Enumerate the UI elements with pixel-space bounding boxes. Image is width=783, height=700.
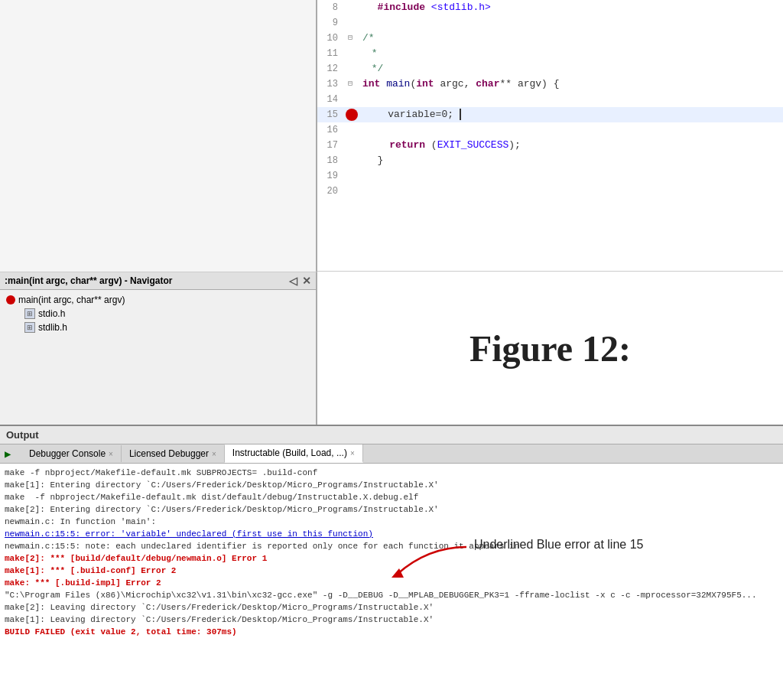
navigator-items: main(int argc, char** argv)⊞stdio.h⊞stdl…	[0, 290, 316, 337]
line-number: 9	[317, 15, 344, 31]
line-number: 18	[317, 153, 344, 168]
line-content: }	[359, 153, 383, 168]
nav-include-icon: ⊞	[24, 308, 35, 319]
output-line-10: "C:\Program Files (x86)\Microchip\xc32\v…	[5, 589, 778, 601]
tab-close-button[interactable]: ×	[212, 450, 216, 458]
output-line-6: newmain.c:15:5: note: each undeclared id…	[5, 540, 778, 552]
output-line-4: newmain.c: In function 'main':	[5, 516, 778, 528]
line-number: 14	[317, 92, 344, 107]
output-tab-0[interactable]: Debugger Console ×	[21, 445, 122, 462]
tab-label: Instructable (Build, Load, ...)	[232, 448, 347, 458]
output-line-7: make[2]: *** [build/default/debug/newmai…	[5, 552, 778, 565]
nav-item-0[interactable]: main(int argc, char** argv)	[0, 293, 316, 307]
line-content: return (EXIT_SUCCESS);	[359, 138, 521, 153]
code-line-12: 12 */	[317, 61, 783, 77]
code-line-16: 16	[317, 122, 783, 138]
output-tab-2[interactable]: Instructable (Build, Load, ...) ×	[225, 444, 363, 463]
line-number: 20	[317, 184, 344, 199]
code-line-9: 9	[317, 15, 783, 31]
tab-label: Licensed Debugger	[129, 448, 209, 459]
line-content: int main(int argc, char** argv) {	[356, 77, 560, 92]
line-number: 10	[317, 31, 344, 46]
line-number: 19	[317, 168, 344, 184]
tab-close-button[interactable]: ×	[350, 449, 355, 457]
code-line-18: 18 }	[317, 153, 783, 168]
line-number: 16	[317, 122, 344, 138]
nav-item-2[interactable]: ⊞stdlib.h	[0, 321, 316, 334]
code-line-8: 8 #include <stdlib.h>	[317, 0, 783, 15]
navigator-header: :main(int argc, char** argv) - Navigator…	[0, 272, 316, 290]
tab-label: Debugger Console	[29, 448, 106, 459]
fold-button[interactable]: ⊟	[344, 31, 356, 46]
output-header: Output	[0, 426, 783, 444]
output-line-11: make[2]: Leaving directory `C:/Users/Fre…	[5, 601, 778, 614]
error-dot	[346, 109, 358, 121]
fold-button[interactable]: ⊟	[344, 77, 356, 92]
left-panel-top	[0, 0, 317, 272]
code-line-17: 17 return (EXIT_SUCCESS);	[317, 138, 783, 153]
code-line-20: 20	[317, 184, 783, 199]
run-icon[interactable]: ▶	[5, 448, 17, 460]
output-line-1: make[1]: Entering directory `C:/Users/Fr…	[5, 479, 778, 491]
code-line-11: 11 *	[317, 46, 783, 61]
nav-item-label: main(int argc, char** argv)	[18, 295, 125, 305]
navigator-header-icons: ◁ ✕	[289, 275, 311, 287]
line-number: 12	[317, 61, 344, 77]
middle-section: :main(int argc, char** argv) - Navigator…	[0, 272, 783, 425]
line-content: */	[359, 61, 383, 77]
output-line-14: BUILD FAILED (exit value 2, total time: …	[5, 626, 778, 638]
output-line-0: make -f nbproject/Makefile-default.mk SU…	[5, 467, 778, 479]
navigator-title: :main(int argc, char** argv) - Navigator	[5, 275, 172, 286]
output-tabs: ▶ Debugger Console ×Licensed Debugger ×I…	[0, 444, 783, 464]
line-content: variable=0;	[358, 107, 461, 122]
code-line-13: 13⊟int main(int argc, char** argv) {	[317, 77, 783, 92]
code-line-14: 14	[317, 92, 783, 107]
output-panel: Output ▶ Debugger Console ×Licensed Debu…	[0, 425, 783, 700]
output-tab-1[interactable]: Licensed Debugger ×	[122, 445, 225, 462]
navigator-panel: :main(int argc, char** argv) - Navigator…	[0, 272, 317, 425]
output-line-3: make[2]: Entering directory `C:/Users/Fr…	[5, 503, 778, 516]
line-content: /*	[356, 31, 375, 46]
figure-label: Figure 12:	[469, 327, 631, 370]
output-line-12: make[1]: Leaving directory `C:/Users/Fre…	[5, 614, 778, 626]
output-line-9: make: *** [.build-impl] Error 2	[5, 577, 778, 589]
code-lines: 8 #include <stdlib.h>910⊟/*11 *12 */13⊟i…	[317, 0, 783, 199]
line-number: 17	[317, 138, 344, 153]
tab-close-button[interactable]: ×	[109, 450, 113, 458]
nav-function-icon	[6, 295, 15, 304]
code-line-19: 19	[317, 168, 783, 184]
nav-include-icon: ⊞	[24, 322, 35, 333]
code-panel[interactable]: 8 #include <stdlib.h>910⊟/*11 *12 */13⊟i…	[317, 0, 783, 271]
output-line-5: newmain.c:15:5: error: 'variable' undecl…	[5, 528, 778, 540]
figure-area: Figure 12:	[317, 272, 783, 425]
nav-icon-close[interactable]: ✕	[302, 275, 311, 287]
line-number: 8	[317, 0, 344, 15]
nav-icon-left[interactable]: ◁	[289, 275, 297, 287]
code-line-15: 15 variable=0;	[317, 107, 783, 122]
line-number: 15	[317, 107, 344, 122]
nav-item-label: stdlib.h	[38, 322, 67, 333]
editor-area: 8 #include <stdlib.h>910⊟/*11 *12 */13⊟i…	[0, 0, 783, 272]
code-line-10: 10⊟/*	[317, 31, 783, 46]
output-line-8: make[1]: *** [.build-conf] Error 2	[5, 565, 778, 577]
line-number: 13	[317, 77, 344, 92]
nav-item-label: stdio.h	[38, 308, 65, 319]
output-line-2: make -f nbproject/Makefile-default.mk di…	[5, 491, 778, 503]
line-content: #include <stdlib.h>	[359, 0, 491, 15]
nav-item-1[interactable]: ⊞stdio.h	[0, 307, 316, 321]
output-content[interactable]: make -f nbproject/Makefile-default.mk SU…	[0, 464, 783, 700]
line-content: *	[359, 46, 378, 61]
line-number: 11	[317, 46, 344, 61]
